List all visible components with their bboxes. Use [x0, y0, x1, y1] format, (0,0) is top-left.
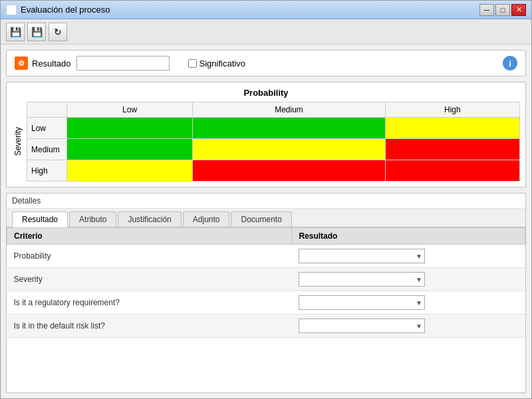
details-header: Detalles: [7, 194, 525, 209]
select-severity[interactable]: [299, 272, 425, 287]
resultado-label: Resultado: [32, 59, 71, 68]
save-button[interactable]: 💾: [6, 23, 25, 41]
title-bar-controls: ─ □ ✕: [479, 4, 526, 16]
criterio-regulatory: Is it a regulatory requirement?: [7, 291, 292, 315]
title-bar: Evaluación del proceso ─ □ ✕: [1, 1, 531, 19]
matrix-wrapper: Severity Low Medium High Low: [12, 102, 520, 182]
maximize-button[interactable]: □: [495, 4, 510, 16]
resultado-risk-list: ▼: [292, 315, 525, 338]
severity-label-container: Severity: [12, 102, 24, 182]
matrix-cell-medium-medium: [193, 139, 386, 160]
resultado-severity: ▼: [292, 268, 525, 291]
criterio-severity: Severity: [7, 268, 292, 291]
resultado-probability: ▼: [292, 245, 525, 268]
criterio-risk-list: Is it in the default risk list?: [7, 315, 292, 338]
significativo-label: Significativo: [200, 59, 245, 68]
matrix-corner: [27, 102, 67, 118]
top-panel: ⚙ Resultado Significativo i: [6, 50, 526, 76]
matrix-cell-medium-low: [67, 139, 193, 160]
matrix-cell-high-medium: [193, 160, 386, 182]
matrix-row-label-low: Low: [27, 118, 67, 139]
dropdown-wrapper-risk-list: ▼: [299, 319, 425, 333]
dropdown-wrapper-probability: ▼: [299, 249, 425, 263]
table-row: Is it in the default risk list? ▼: [7, 315, 525, 338]
matrix-cell-high-high: [385, 160, 519, 182]
matrix-row-label-high: High: [27, 160, 67, 182]
significativo-checkbox[interactable]: [188, 59, 197, 68]
window-title: Evaluación del proceso: [21, 5, 110, 15]
resultado-input[interactable]: [76, 56, 170, 70]
toolbar: 💾 💾 ↻: [1, 19, 531, 45]
tab-content: Criterio Resultado Probability: [7, 227, 525, 392]
matrix-cell-medium-high: [385, 139, 519, 160]
close-button[interactable]: ✕: [511, 4, 526, 16]
matrix-row-label-medium: Medium: [27, 139, 67, 160]
matrix-cell-low-high: [385, 118, 519, 139]
refresh-button[interactable]: ↻: [49, 23, 67, 41]
matrix-col-medium: Medium: [193, 102, 386, 118]
tabs-row: Resultado Atributo Justificación Adjunto…: [7, 209, 525, 227]
matrix-cell-low-low: [67, 118, 193, 139]
select-regulatory[interactable]: [299, 295, 425, 310]
minimize-button[interactable]: ─: [479, 4, 494, 16]
matrix-cell-high-low: [67, 160, 193, 182]
title-bar-left: Evaluación del proceso: [6, 5, 110, 15]
details-panel: Detalles Resultado Atributo Justificació…: [6, 193, 526, 393]
criteria-table: Criterio Resultado Probability: [7, 227, 525, 338]
matrix-title: Probability: [12, 88, 520, 98]
table-row: Severity ▼: [7, 268, 525, 291]
matrix-col-low: Low: [67, 102, 193, 118]
col-resultado: Resultado: [292, 228, 525, 245]
dropdown-wrapper-regulatory: ▼: [299, 295, 425, 310]
tab-adjunto[interactable]: Adjunto: [183, 211, 230, 227]
table-row: Probability ▼: [7, 245, 525, 268]
table-row: Is it a regulatory requirement? ▼: [7, 291, 525, 315]
matrix-row-low: Low: [27, 118, 520, 139]
resultado-icon: ⚙: [15, 57, 28, 70]
tab-atributo[interactable]: Atributo: [69, 211, 116, 227]
significativo-group: Significativo: [188, 59, 245, 68]
matrix-panel: Probability Severity Low Medium High: [6, 82, 526, 188]
col-criterio: Criterio: [7, 228, 292, 245]
severity-label: Severity: [13, 127, 23, 156]
tab-documento[interactable]: Documento: [231, 211, 291, 227]
dropdown-wrapper-severity: ▼: [299, 272, 425, 287]
tab-justificacion[interactable]: Justificación: [118, 211, 181, 227]
matrix-row-high: High: [27, 160, 520, 182]
matrix-col-high: High: [385, 102, 519, 118]
matrix-row-medium: Medium: [27, 139, 520, 160]
select-risk-list[interactable]: [299, 319, 425, 333]
info-button[interactable]: i: [503, 56, 517, 70]
save-alt-button[interactable]: 💾: [27, 23, 46, 41]
main-window: Evaluación del proceso ─ □ ✕ 💾 💾 ↻ ⚙ Res…: [0, 0, 532, 399]
select-probability[interactable]: [299, 249, 425, 263]
criterio-probability: Probability: [7, 245, 292, 268]
resultado-label-group: ⚙ Resultado: [15, 57, 71, 70]
matrix-cell-low-medium: [193, 118, 386, 139]
matrix-table: Low Medium High Low Mediu: [27, 102, 520, 182]
tab-resultado[interactable]: Resultado: [12, 211, 68, 227]
window-icon: [6, 5, 17, 15]
content-area: ⚙ Resultado Significativo i Probability …: [1, 45, 531, 398]
resultado-regulatory: ▼: [292, 291, 525, 315]
